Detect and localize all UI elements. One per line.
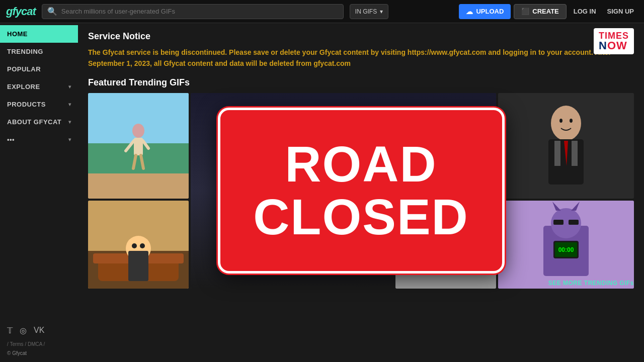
svg-point-10 [551, 106, 581, 141]
layout: HOME TRENDING POPULAR EXPLORE ▾ PRODUCTS… [0, 23, 644, 362]
gif-item-cartoon[interactable] [88, 201, 189, 289]
sidebar-item-more-label: ••• [7, 136, 15, 143]
trending-section-title: Featured Trending GIFs [78, 74, 644, 93]
see-more-trending[interactable]: SEE MORE TRENDING GIFs [548, 278, 634, 289]
gif-batman-scene: 00:00 [498, 201, 634, 289]
upload-label: UPLOAD [476, 8, 504, 15]
svg-text:00:00: 00:00 [558, 246, 574, 253]
gif-man-scene [498, 93, 634, 199]
road-closed-line1: ROAD [285, 138, 437, 191]
sidebar-item-home[interactable]: HOME [0, 25, 78, 43]
chevron-down-icon: ▾ [68, 102, 71, 107]
social-icons: 𝕋 ◎ VK [7, 326, 71, 335]
search-input[interactable] [61, 8, 338, 15]
logo-text: gfycat [6, 5, 36, 18]
times-now-logo: TIMES NOW [594, 28, 634, 54]
svg-rect-48 [569, 220, 579, 225]
vk-icon[interactable]: VK [34, 326, 44, 335]
sidebar-item-popular[interactable]: POPULAR [0, 60, 78, 78]
sidebar-item-more[interactable]: ••• ▾ [0, 131, 78, 148]
footer-links: / Terms / DMCA / [7, 340, 71, 348]
svg-point-3 [132, 124, 144, 138]
gif-cartoon-scene [88, 201, 189, 289]
times-now-bottom: NOW [599, 40, 629, 51]
header: gfycat 🔍 IN GIFS ▾ ☁ UPLOAD ⬛ CREATE LOG… [0, 0, 644, 23]
search-icon: 🔍 [47, 7, 57, 16]
svg-point-15 [559, 119, 562, 123]
login-button[interactable]: LOG IN [570, 8, 600, 15]
svg-rect-22 [128, 251, 148, 281]
signup-button[interactable]: SIGN UP [603, 8, 638, 15]
upload-icon: ☁ [466, 8, 473, 16]
gif-beach-scene [88, 93, 189, 199]
road-closed-line2: CLOSED [253, 191, 469, 243]
svg-rect-47 [553, 220, 564, 225]
instagram-icon[interactable]: ◎ [20, 326, 27, 335]
twitter-icon[interactable]: 𝕋 [7, 326, 13, 335]
sidebar-item-products-label: PRODUCTS [7, 101, 46, 108]
footer-brand: © Gfycat [7, 350, 71, 356]
gif-item-man[interactable] [498, 93, 634, 199]
notice-section: Service Notice The Gfycat service is bei… [78, 23, 644, 74]
sidebar-footer: 𝕋 ◎ VK / Terms / DMCA / © Gfycat [0, 320, 78, 362]
upload-button[interactable]: ☁ UPLOAD [459, 4, 511, 19]
chevron-down-icon: ▾ [68, 84, 71, 89]
header-actions: ☁ UPLOAD ⬛ CREATE LOG IN SIGN UP [459, 4, 638, 19]
gif-grid-wrapper: 00:00 ROAD CLOSED SEE MORE TRENDING GIFs [78, 93, 644, 289]
svg-rect-12 [554, 141, 560, 166]
sidebar: HOME TRENDING POPULAR EXPLORE ▾ PRODUCTS… [0, 23, 78, 362]
chevron-down-icon: ▾ [68, 119, 71, 125]
svg-point-23 [132, 243, 137, 248]
svg-point-16 [570, 119, 573, 123]
svg-point-24 [140, 243, 145, 248]
create-label: CREATE [532, 8, 558, 15]
sidebar-item-popular-label: POPULAR [7, 65, 41, 73]
search-bar[interactable]: 🔍 [42, 4, 344, 19]
create-icon: ⬛ [521, 8, 529, 15]
sidebar-item-explore[interactable]: EXPLORE ▾ [0, 78, 78, 96]
sidebar-item-home-label: HOME [7, 30, 28, 38]
notice-title: Service Notice [88, 31, 634, 42]
sidebar-item-about[interactable]: ABOUT GFYCAT ▾ [0, 113, 78, 131]
main-content: TIMES NOW Service Notice The Gfycat serv… [78, 23, 644, 362]
road-closed-sign: ROAD CLOSED [218, 108, 505, 274]
gif-item-batman[interactable]: 00:00 [498, 201, 634, 289]
svg-rect-2 [88, 173, 189, 199]
sidebar-item-trending-label: TRENDING [7, 48, 43, 55]
search-scope-label: IN GIFS [355, 8, 377, 15]
chevron-down-icon: ▾ [68, 137, 71, 142]
sidebar-item-explore-label: EXPLORE [7, 83, 40, 90]
create-button[interactable]: ⬛ CREATE [514, 4, 566, 19]
gif-item-beach[interactable] [88, 93, 189, 199]
notice-text: The Gfycat service is being discontinued… [88, 47, 634, 69]
svg-rect-13 [572, 141, 578, 166]
sidebar-item-products[interactable]: PRODUCTS ▾ [0, 96, 78, 113]
sidebar-item-about-label: ABOUT GFYCAT [7, 118, 61, 126]
logo[interactable]: gfycat [6, 5, 36, 18]
sidebar-item-trending[interactable]: TRENDING [0, 43, 78, 60]
chevron-down-icon: ▾ [380, 8, 383, 15]
search-scope-dropdown[interactable]: IN GIFS ▾ [350, 4, 388, 19]
sidebar-nav: HOME TRENDING POPULAR EXPLORE ▾ PRODUCTS… [0, 25, 78, 148]
